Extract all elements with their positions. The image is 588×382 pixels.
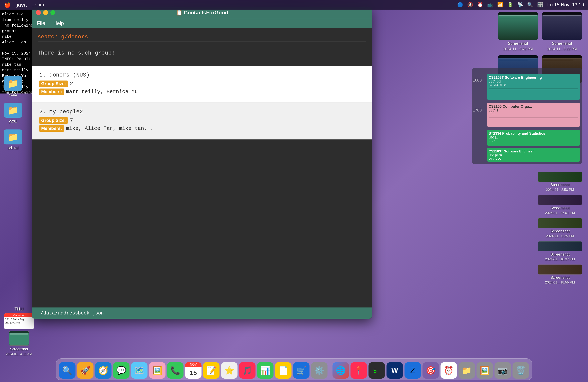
folder-orbital[interactable]: 📁 orbital xyxy=(4,130,22,150)
dock-item-music[interactable]: 🎵 xyxy=(239,362,256,379)
result-item-1[interactable]: 1. donors (NUS) Group Size: 2 Members: m… xyxy=(32,66,372,103)
overlay-3[interactable]: Screenshot 2024-11...6.25 PM xyxy=(538,218,582,238)
dock-item-zoom[interactable]: Z xyxy=(405,362,421,379)
dock-item-syspreferences[interactable]: ⚙️ xyxy=(311,362,328,379)
dock-item-trash[interactable]: 🗑️ xyxy=(513,362,529,379)
window-minimize-btn[interactable] xyxy=(43,10,48,15)
event-cs2103t-2: CS2103T Software Engineer... LEC [G06] U… xyxy=(487,148,580,162)
menubar-zoom[interactable]: zoom xyxy=(32,2,44,8)
event-cs2103t-2-room: UT-AUD2 xyxy=(489,157,578,160)
overlay-date-1: 2024-11...2.58 PM xyxy=(546,188,574,192)
dock-item-messages[interactable]: 💬 xyxy=(113,362,130,379)
folder-y2s1[interactable]: 📁 y2s1 xyxy=(4,103,22,123)
menubar-control-icon[interactable]: 🎛️ xyxy=(537,2,543,8)
folder-label-y1s2: y1s2 xyxy=(9,92,17,97)
dock-item-notes[interactable]: 📝 xyxy=(203,362,220,379)
dock-item-screenshot[interactable]: 📷 xyxy=(495,362,511,379)
app-statusbar: ./data/addressbook.json xyxy=(32,307,372,319)
dock-item-launchpad[interactable]: 🚀 xyxy=(77,362,94,379)
event-st2334-title: ST2334 Probability and Statistics xyxy=(489,132,578,136)
dock-separator xyxy=(330,363,330,375)
members-badge-1: Members: xyxy=(39,89,64,95)
dock-item-finder[interactable]: 🔍 xyxy=(59,362,76,379)
screenshot-date-small: 2024-01...4.11 AM xyxy=(6,352,32,356)
folder-label-orbital: orbital xyxy=(8,146,18,150)
folder-y1s2[interactable]: 📁 y1s2 xyxy=(4,76,22,97)
event-cs2103t-sub: LEC [06] xyxy=(489,80,578,83)
dock-item-clock[interactable]: ⏰ xyxy=(441,362,457,379)
menubar-datetime: Fri 15 Nov 13:19 xyxy=(547,2,584,8)
app-search-area xyxy=(32,28,372,46)
app-title: 📋 ContactsForGood xyxy=(176,10,228,16)
event-cs2103t-2-sub: LEC [G06] xyxy=(489,153,578,157)
calendar-preview[interactable]: Calendar CS210 Softw Engi LEC [G COM3- xyxy=(4,313,34,329)
dock-item-facetime[interactable]: 📞 xyxy=(167,362,184,379)
timetable: 1600 1700 CS2103T Software Engineering L… xyxy=(472,68,582,164)
dock-item-safari[interactable]: 🧭 xyxy=(95,362,112,379)
overlay-2[interactable]: Screenshot 2024-11...47.01 PM xyxy=(538,195,582,215)
group-size-value-2: 7 xyxy=(70,117,73,123)
dock-item-notch[interactable]: 🎯 xyxy=(423,362,439,379)
cal-item-1: CS210 Softw Engi xyxy=(5,318,33,321)
menubar-sound-icon: 🔇 xyxy=(467,2,473,8)
screenshot-date-1: 2024-11...0.42 PM xyxy=(503,47,533,51)
dock-item-calendar[interactable]: NOV 15 xyxy=(185,362,202,379)
screenshot-bottom-left[interactable]: Screenshot 2024-01...4.11 AM xyxy=(4,331,34,356)
apple-menu-icon[interactable]: 🍎 xyxy=(4,1,11,8)
overlay-thumb-4 xyxy=(538,241,582,251)
screenshot-item-1[interactable]: Screenshot 2024-11...0.42 PM xyxy=(498,12,538,51)
menubar-left: 🍎 java zoom xyxy=(4,1,44,8)
menubar-app-name[interactable]: java xyxy=(17,2,27,8)
dock-item-maps[interactable]: 🗺️ xyxy=(131,362,147,379)
time-1700: 1700 xyxy=(473,108,482,113)
window-close-btn[interactable] xyxy=(36,10,41,15)
overlay-1[interactable]: Screenshot 2024-11...2.58 PM xyxy=(538,172,582,192)
dock-item-folder[interactable]: 📁 xyxy=(459,362,475,379)
window-maximize-btn[interactable] xyxy=(50,10,55,15)
screenshot-label-2: Screenshot xyxy=(552,41,572,46)
dock-item-maps2[interactable]: 📍 xyxy=(351,362,367,379)
screenshot-thumb-small xyxy=(9,331,29,346)
dock-item-pages[interactable]: 📄 xyxy=(275,362,292,379)
menu-file[interactable]: File xyxy=(37,20,45,26)
app-dark-area xyxy=(32,139,372,319)
group-size-badge-1: Group Size: xyxy=(39,80,68,87)
menu-help[interactable]: Help xyxy=(53,20,64,26)
menubar-bluetooth-icon: 🔵 xyxy=(457,2,463,8)
event-cs2100-sub: LEC [1] xyxy=(489,109,578,112)
overlay-list: Screenshot 2024-11...2.58 PM Screenshot … xyxy=(538,172,582,285)
screenshot-thumb-2 xyxy=(542,12,582,40)
calendar-right: 1600 1700 CS2103T Software Engineering L… xyxy=(472,68,582,172)
event-st2334-sub: LEC [1] xyxy=(489,136,578,139)
dock-item-appstore2[interactable]: 🛒 xyxy=(293,362,310,379)
overlay-label-5: Screenshot xyxy=(550,275,570,280)
menubar-battery-icon: 🔋 xyxy=(507,2,513,8)
overlay-4[interactable]: Screenshot 2024-11...18.37 PM xyxy=(538,241,582,261)
result-item-2[interactable]: 2. my_people2 Group Size: 7 Members: mik… xyxy=(32,103,372,139)
menubar-search-icon[interactable]: 🔍 xyxy=(527,2,533,8)
menubar-bt-icon: 📶 xyxy=(497,2,503,8)
members-value-1: matt reilly, Bernice Yu xyxy=(66,89,138,95)
screenshot-overlays: Screenshot 2024-11...2.58 PM Screenshot … xyxy=(538,172,582,285)
overlay-label-1: Screenshot xyxy=(550,183,570,187)
results-list: 1. donors (NUS) Group Size: 2 Members: m… xyxy=(32,66,372,139)
dock-item-photos[interactable]: 🖼️ xyxy=(149,362,166,379)
dock-item-word[interactable]: W xyxy=(387,362,403,379)
members-value-2: mike, Alice Tan, mike tan, ... xyxy=(66,125,160,132)
event-bar-2 xyxy=(489,117,578,118)
dock-item-appstore[interactable]: ⭐ xyxy=(221,362,238,379)
folder-icon-y2s1: 📁 xyxy=(4,103,22,118)
overlay-5[interactable]: Screenshot 2024-11...18.55 PM xyxy=(538,265,582,285)
dock-item-preview[interactable]: 🖼️ xyxy=(477,362,493,379)
search-input[interactable] xyxy=(38,32,366,42)
group-size-value-1: 2 xyxy=(70,81,73,87)
app-title-icon: 📋 xyxy=(176,10,182,16)
overlay-thumb-1 xyxy=(538,172,582,182)
dock-item-numbers[interactable]: 📊 xyxy=(257,362,273,379)
dock-item-terminal[interactable]: $_ xyxy=(369,362,385,379)
dock-item-chrome[interactable]: 🌐 xyxy=(333,362,349,379)
screenshot-item-2[interactable]: Screenshot 2024-11...6.22 PM xyxy=(542,12,582,51)
window-controls xyxy=(36,10,55,15)
bottom-left-items: THU Calendar CS210 Softw Engi LEC [G COM… xyxy=(4,306,34,356)
overlay-date-3: 2024-11...6.25 PM xyxy=(546,234,574,238)
